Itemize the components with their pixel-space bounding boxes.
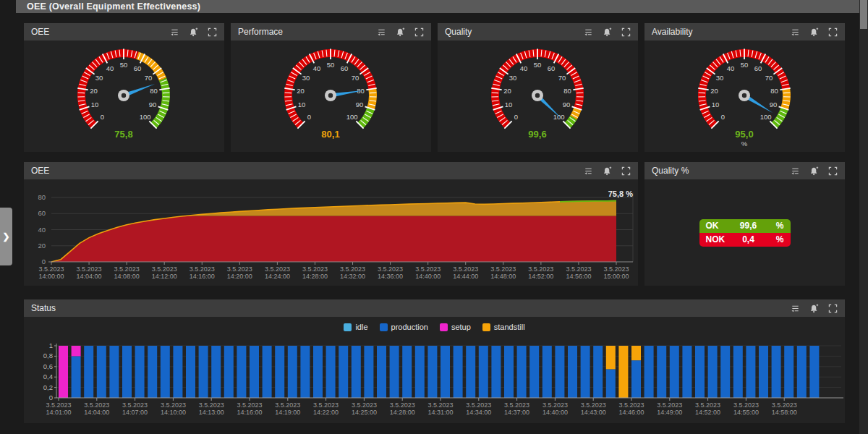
svg-text:30: 30	[509, 74, 517, 82]
svg-text:14:20:00: 14:20:00	[227, 273, 252, 280]
status-bar-chart[interactable]: 00,20,40,60,813.5.202314:01:003.5.202314…	[24, 337, 845, 423]
svg-text:14:52:00: 14:52:00	[695, 409, 720, 416]
svg-text:14:46:00: 14:46:00	[618, 409, 644, 416]
expand-icon[interactable]	[828, 166, 838, 176]
panel-availability-gauge: Availability 010203040506070809010095,0%	[644, 23, 845, 152]
svg-text:0: 0	[307, 113, 311, 121]
legend-swatch-production	[380, 323, 388, 331]
svg-text:14:44:00: 14:44:00	[453, 273, 478, 280]
svg-text:40: 40	[106, 64, 114, 72]
menu-icon[interactable]	[791, 304, 800, 313]
quality-row-ok: OK99,6%	[699, 219, 791, 233]
quality-row-unit: %	[765, 234, 784, 244]
svg-text:14:00:00: 14:00:00	[38, 273, 64, 280]
panel-header-icons	[791, 304, 838, 313]
page-title: OEE (Overall Equipment Effectiveness)	[27, 1, 200, 12]
panel-header-icons	[584, 166, 631, 176]
alarm-bell-icon[interactable]	[809, 166, 819, 176]
svg-text:80: 80	[150, 87, 158, 95]
panel-header-icons	[377, 27, 424, 37]
svg-text:100: 100	[346, 113, 358, 121]
legend-label: setup	[451, 323, 471, 331]
quality-row-value: 99,6	[732, 221, 765, 231]
alarm-bell-icon[interactable]	[603, 166, 612, 176]
svg-text:80: 80	[563, 87, 571, 95]
svg-text:3.5.2023: 3.5.2023	[352, 401, 377, 409]
svg-text:14:49:00: 14:49:00	[657, 409, 682, 416]
menu-icon[interactable]	[377, 27, 386, 37]
quality-row-nok: NOK0,4%	[699, 233, 791, 247]
legend-swatch-standstill	[482, 323, 490, 331]
svg-text:100: 100	[553, 113, 565, 121]
legend-label: production	[391, 323, 428, 331]
svg-text:30: 30	[95, 74, 103, 82]
alarm-bell-icon[interactable]	[189, 27, 198, 37]
svg-text:14:19:00: 14:19:00	[275, 409, 300, 416]
svg-text:3.5.2023: 3.5.2023	[390, 401, 415, 409]
svg-text:14:52:00: 14:52:00	[528, 273, 553, 280]
menu-icon[interactable]	[791, 27, 800, 37]
svg-text:3.5.2023: 3.5.2023	[84, 401, 109, 409]
alarm-bell-icon[interactable]	[809, 304, 819, 313]
panel-title: Status	[31, 303, 791, 313]
chevron-right-icon: ❯	[2, 231, 9, 242]
expand-icon[interactable]	[828, 304, 838, 313]
svg-text:14:13:00: 14:13:00	[199, 409, 224, 416]
svg-text:10: 10	[505, 101, 513, 109]
oee-trend-chart[interactable]: 0204060803.5.202314:00:003.5.202314:04:0…	[24, 179, 638, 286]
svg-text:70: 70	[558, 74, 566, 82]
menu-icon[interactable]	[170, 27, 179, 37]
svg-text:80: 80	[770, 87, 778, 95]
svg-text:60: 60	[134, 64, 142, 72]
svg-text:14:56:00: 14:56:00	[566, 273, 591, 280]
vertical-scrollbar[interactable]	[859, 0, 868, 434]
svg-text:20: 20	[503, 87, 511, 95]
expand-icon[interactable]	[621, 166, 631, 176]
menu-icon[interactable]	[791, 166, 800, 176]
legend-item-setup[interactable]: setup	[440, 323, 471, 331]
svg-text:75,8 %: 75,8 %	[608, 190, 633, 198]
svg-text:3.5.2023: 3.5.2023	[190, 265, 215, 273]
legend-item-production[interactable]: production	[380, 323, 428, 331]
alarm-bell-icon[interactable]	[809, 27, 819, 37]
expand-icon[interactable]	[414, 27, 424, 37]
quality-row-label: NOK	[706, 234, 732, 244]
expand-icon[interactable]	[828, 27, 838, 37]
legend-item-standstill[interactable]: standstill	[482, 323, 525, 331]
svg-text:3.5.2023: 3.5.2023	[46, 401, 71, 409]
svg-text:3.5.2023: 3.5.2023	[733, 401, 759, 409]
menu-icon[interactable]	[584, 166, 593, 176]
svg-text:0: 0	[721, 113, 725, 121]
quality-row-unit: %	[765, 221, 784, 231]
alarm-bell-icon[interactable]	[603, 27, 612, 37]
alarm-bell-icon[interactable]	[396, 27, 405, 37]
svg-text:14:04:00: 14:04:00	[84, 409, 109, 416]
svg-text:14:04:00: 14:04:00	[77, 273, 102, 280]
svg-text:0: 0	[101, 113, 104, 121]
sidebar-expand-tab[interactable]: ❯	[0, 208, 12, 265]
svg-text:14:31:00: 14:31:00	[427, 409, 453, 416]
svg-text:90: 90	[770, 101, 778, 109]
svg-text:20: 20	[38, 242, 46, 250]
svg-text:14:40:00: 14:40:00	[415, 273, 441, 280]
expand-icon[interactable]	[208, 27, 217, 37]
svg-text:14:08:00: 14:08:00	[114, 273, 140, 280]
legend-swatch-setup	[440, 323, 448, 331]
svg-text:3.5.2023: 3.5.2023	[466, 401, 491, 409]
scrollbar-thumb[interactable]	[860, 0, 867, 29]
panel-status: Status idleproductionsetupstandstill 00,…	[24, 299, 845, 423]
panel-header-icons	[170, 27, 217, 37]
svg-text:3.5.2023: 3.5.2023	[199, 401, 224, 409]
menu-icon[interactable]	[584, 27, 593, 37]
svg-text:50: 50	[741, 61, 749, 69]
legend-item-idle[interactable]: idle	[344, 323, 367, 331]
svg-text:20: 20	[710, 87, 718, 95]
svg-text:0,6: 0,6	[43, 362, 53, 370]
svg-text:50: 50	[120, 61, 128, 69]
svg-text:99,6: 99,6	[528, 129, 546, 140]
panel-header: OEE	[24, 23, 224, 41]
expand-icon[interactable]	[621, 27, 631, 37]
panel-title: Availability	[652, 27, 791, 37]
svg-text:80,1: 80,1	[321, 129, 339, 140]
svg-text:14:10:00: 14:10:00	[161, 409, 186, 416]
